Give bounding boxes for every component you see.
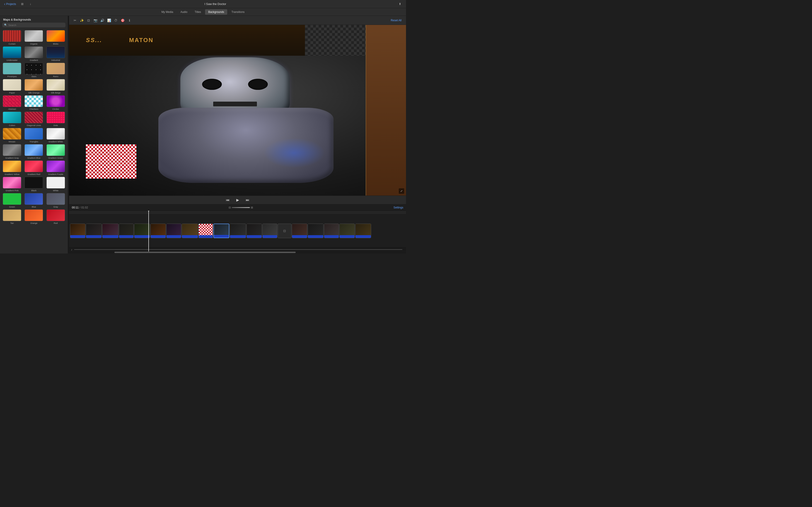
layout-icon-button[interactable]: ⊞ [19,1,26,7]
bg-item-green[interactable]: Green [2,193,22,208]
bg-item-stars[interactable]: Stars [23,63,44,78]
skip-back-button[interactable]: ⏮ [224,197,231,203]
clip-8[interactable] [182,224,198,238]
bg-item-gradient-pink[interactable]: Gradient Pink [2,177,22,192]
bg-thumb-gradient-white [46,128,65,139]
bg-item-orange[interactable]: Orange [23,209,44,224]
timeline-ruler [69,211,406,214]
bg-thumb-retro [46,63,65,74]
tab-backgrounds[interactable]: Backgrounds [205,9,227,15]
play-button[interactable]: ▶ [235,197,241,203]
bg-item-underwater[interactable]: Underwater [2,46,22,61]
expand-button[interactable]: ⤢ [399,188,404,194]
bg-item-mosaic[interactable]: Mosaic [2,128,22,143]
video-track[interactable]: ⊡ [69,214,406,247]
bg-item-red[interactable]: Red [46,209,66,224]
clip-13[interactable] [262,224,277,238]
clip-audio-10 [214,235,229,238]
clip-6[interactable] [150,224,166,238]
clip-12[interactable] [247,224,262,238]
cut-icon: ⊡ [283,229,286,233]
clip-5[interactable] [134,224,150,238]
bg-item-pinstripes[interactable]: Pinstripes [2,63,22,78]
enhance-button[interactable]: ✨ [79,17,85,23]
stabilize-button[interactable]: 🎯 [119,17,126,23]
audio-button[interactable]: 🔊 [99,17,105,23]
backgrounds-grid-scroll[interactable]: Curtain Organic Blobs Underwater Gradien… [0,29,68,253]
clip-3[interactable] [102,224,118,238]
bg-item-paper[interactable]: Paper [2,79,22,94]
clip-14[interactable] [292,224,307,238]
tab-audio[interactable]: Audio [177,9,191,15]
bg-item-gray[interactable]: Gray [46,193,66,208]
zoom-control: ⊟ ⊞ [229,206,253,209]
bg-item-gradient-blue[interactable]: Gradient Blue [23,144,44,159]
clip-audio-15 [308,235,323,238]
cyberman-body [158,108,334,183]
bg-item-triangles[interactable]: Triangles [23,128,44,143]
camera-button[interactable]: 📷 [92,17,99,23]
cursor-tool-button[interactable]: ✂ [72,17,78,23]
tab-transitions[interactable]: Transitions [228,9,248,15]
bg-item-gradient-purple[interactable]: Gradient Purple [46,161,66,175]
clip-17[interactable] [339,224,355,238]
bg-item-silk-beige[interactable]: Silk-Beige [46,79,66,94]
share-icon-button[interactable]: ⬆ [397,1,403,7]
bg-item-gradient-red[interactable]: Gradient Red [23,161,44,175]
speed-button[interactable]: ⏱ [113,17,119,23]
bg-item-blobs[interactable]: Blobs [46,30,66,45]
bg-item-gradient-green[interactable]: Gradient Green [46,144,66,159]
projects-button[interactable]: Projects [3,1,17,7]
clip-10[interactable] [213,224,229,238]
bg-item-retro[interactable]: Retro [46,63,66,78]
clip-15[interactable] [308,224,323,238]
color-button[interactable]: 📊 [106,17,112,23]
bg-item-circles[interactable]: Circles [46,95,66,110]
bg-item-curtain[interactable]: Curtain [2,30,22,45]
bg-thumb-gradient-red [24,161,43,172]
clip-1[interactable] [70,224,86,238]
bg-item-dots[interactable]: Dots [46,112,66,126]
download-icon-button[interactable]: ↓ [28,1,34,7]
clip-11[interactable] [230,224,246,238]
clip-18[interactable] [355,224,371,238]
bg-item-blue[interactable]: Blue [23,193,44,208]
tab-titles[interactable]: Titles [192,9,204,15]
bg-item-gradient-white[interactable]: Gradient White [46,128,66,143]
reset-all-button[interactable]: Reset All [389,18,403,23]
bg-item-white[interactable]: White [46,177,66,192]
bg-item-organic[interactable]: Organic [23,30,44,45]
clip-2[interactable] [86,224,102,238]
search-input[interactable] [8,24,64,26]
bg-item-silk-orange[interactable]: Silk-Orange [23,79,44,94]
clip-7[interactable] [166,224,181,238]
info-button[interactable]: ℹ [126,17,133,23]
left-panel: Maps & Backgrounds 🔍 Curtain Organic Blo… [0,16,68,253]
crop-button[interactable]: ⊡ [86,17,92,23]
settings-button[interactable]: Settings [394,206,403,209]
scrollbar-thumb[interactable] [114,252,296,253]
bg-item-gradient-yellow[interactable]: Gradient Yellow [2,161,22,175]
clip-14-cut[interactable]: ⊡ [278,224,291,238]
music-icon: ♪ [71,248,72,251]
bg-thumb-silk-orange [24,79,43,91]
bg-item-gradient[interactable]: Gradient [23,46,44,61]
bg-item-gradient-gray[interactable]: Gradient Gray [2,144,22,159]
clip-9[interactable] [198,224,213,238]
horizontal-scrollbar[interactable] [69,252,406,253]
bg-item-diagonal[interactable]: Diagonal Lines [23,112,44,126]
bg-thumb-white [46,177,65,188]
clip-4[interactable] [119,224,134,238]
tab-my-media[interactable]: My Media [158,9,176,15]
skip-forward-button[interactable]: ⏭ [245,197,251,203]
bg-item-black[interactable]: Black [23,177,44,192]
bg-item-abstract[interactable]: Abstract [2,95,22,110]
bg-thumb-gradient-blue [24,144,43,156]
zoom-bar[interactable] [232,207,250,208]
bg-item-checkers[interactable]: Checkers [23,95,44,110]
bg-item-tan[interactable]: Tan [2,209,22,224]
bg-item-cubes[interactable]: Cubes [2,112,22,126]
bg-label-silk-beige: Silk-Beige [51,92,60,94]
clip-16[interactable] [324,224,339,238]
bg-item-industrial[interactable]: Industrial [46,46,66,61]
